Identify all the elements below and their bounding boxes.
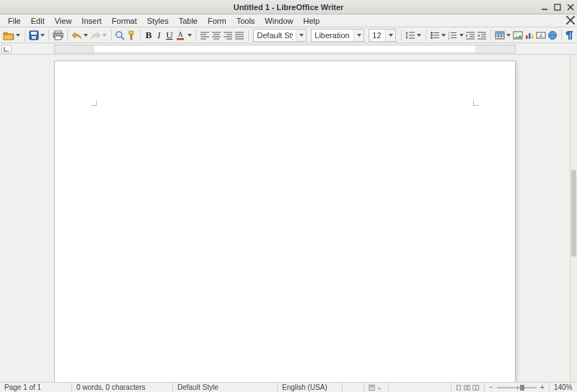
zoom-in-button[interactable]: + bbox=[539, 383, 546, 391]
minimize-button[interactable] bbox=[539, 2, 550, 12]
font-color-dropdown[interactable] bbox=[187, 29, 192, 42]
status-wordcount[interactable]: 0 words, 0 characters bbox=[72, 383, 173, 393]
redo-button[interactable] bbox=[90, 29, 101, 42]
line-spacing-dropdown[interactable] bbox=[417, 29, 422, 42]
selection-mode-icon bbox=[369, 384, 375, 391]
menu-bar: File Edit View Insert Format Styles Tabl… bbox=[0, 14, 577, 27]
font-size-input[interactable] bbox=[369, 30, 385, 41]
svg-rect-66 bbox=[526, 35, 528, 39]
zoom-track[interactable] bbox=[497, 387, 537, 388]
status-page[interactable]: Page 1 of 1 bbox=[0, 383, 72, 393]
paragraph-style-dropdown[interactable] bbox=[296, 30, 306, 41]
line-spacing-button[interactable] bbox=[405, 29, 415, 42]
align-justify-button[interactable] bbox=[234, 29, 245, 42]
svg-rect-78 bbox=[464, 385, 467, 389]
font-size-combo[interactable] bbox=[369, 29, 396, 42]
bold-button[interactable]: B bbox=[144, 29, 153, 42]
menu-view[interactable]: View bbox=[50, 16, 77, 26]
align-right-button[interactable] bbox=[223, 29, 233, 42]
document-page[interactable] bbox=[54, 61, 516, 382]
align-center-button[interactable] bbox=[211, 29, 221, 42]
paragraph-style-input[interactable] bbox=[254, 30, 296, 41]
menu-tools[interactable]: Tools bbox=[232, 16, 260, 26]
svg-point-39 bbox=[431, 34, 433, 36]
font-size-dropdown[interactable] bbox=[385, 30, 395, 41]
book-view-icon[interactable] bbox=[472, 384, 480, 391]
insert-hyperlink-button[interactable] bbox=[547, 29, 558, 42]
insert-image-button[interactable] bbox=[513, 29, 523, 42]
find-replace-button[interactable] bbox=[115, 29, 125, 42]
increase-indent-button[interactable] bbox=[465, 29, 475, 42]
svg-text:A: A bbox=[539, 33, 543, 38]
redo-dropdown[interactable] bbox=[102, 29, 107, 42]
menu-window[interactable]: Window bbox=[260, 16, 298, 26]
decrease-indent-button[interactable] bbox=[477, 29, 487, 42]
toolbar: B I U A 123 A bbox=[0, 27, 577, 43]
align-left-button[interactable] bbox=[200, 29, 210, 42]
separator bbox=[195, 30, 196, 41]
svg-text:3: 3 bbox=[448, 37, 450, 40]
save-button[interactable] bbox=[29, 29, 39, 42]
font-name-input[interactable] bbox=[312, 30, 353, 41]
open-dropdown[interactable] bbox=[16, 29, 21, 42]
menu-styles[interactable]: Styles bbox=[142, 16, 174, 26]
zoom-handle[interactable] bbox=[520, 385, 524, 391]
save-dropdown[interactable] bbox=[40, 29, 45, 42]
font-name-dropdown[interactable] bbox=[353, 30, 364, 41]
bullet-list-dropdown[interactable] bbox=[441, 29, 446, 42]
undo-button[interactable] bbox=[71, 29, 82, 42]
insert-chart-button[interactable] bbox=[524, 29, 534, 42]
undo-dropdown[interactable] bbox=[84, 29, 89, 42]
font-color-button[interactable]: A bbox=[175, 29, 185, 42]
title-bar: Untitled 1 - LibreOffice Writer bbox=[0, 0, 577, 14]
status-selection-mode[interactable] bbox=[364, 383, 389, 393]
underline-button[interactable]: U bbox=[165, 29, 174, 42]
menu-edit[interactable]: Edit bbox=[26, 16, 50, 26]
numbered-list-button[interactable]: 123 bbox=[447, 29, 457, 42]
svg-rect-1 bbox=[555, 4, 560, 10]
formatting-marks-button[interactable] bbox=[565, 29, 574, 42]
print-button[interactable] bbox=[53, 29, 63, 42]
font-name-combo[interactable] bbox=[311, 29, 364, 42]
horizontal-ruler[interactable] bbox=[54, 45, 516, 53]
maximize-button[interactable] bbox=[552, 2, 563, 12]
svg-rect-11 bbox=[55, 36, 61, 40]
open-button[interactable] bbox=[3, 29, 14, 42]
menu-insert[interactable]: Insert bbox=[76, 16, 107, 26]
svg-point-12 bbox=[116, 32, 122, 37]
svg-rect-67 bbox=[529, 33, 531, 39]
separator bbox=[140, 30, 141, 41]
separator bbox=[248, 30, 249, 41]
italic-button[interactable]: I bbox=[154, 29, 163, 42]
close-window-button[interactable] bbox=[565, 2, 576, 12]
vertical-scrollbar[interactable] bbox=[570, 55, 577, 382]
single-page-view-icon[interactable] bbox=[456, 384, 462, 391]
insert-textbox-button[interactable]: A bbox=[536, 29, 546, 42]
scrollbar-thumb[interactable] bbox=[571, 170, 576, 257]
bullet-list-button[interactable] bbox=[430, 29, 440, 42]
insert-table-dropdown[interactable] bbox=[506, 29, 511, 42]
insert-table-button[interactable] bbox=[495, 29, 505, 42]
tab-stop-well[interactable] bbox=[1, 45, 12, 53]
menu-file[interactable]: File bbox=[3, 16, 26, 26]
paragraph-style-combo[interactable] bbox=[253, 29, 307, 42]
clone-formatting-button[interactable] bbox=[126, 29, 136, 42]
menu-format[interactable]: Format bbox=[107, 16, 142, 26]
status-language[interactable]: English (USA) bbox=[278, 383, 343, 393]
status-insert-mode[interactable] bbox=[343, 383, 364, 393]
menu-help[interactable]: Help bbox=[298, 16, 325, 26]
status-spacer bbox=[389, 383, 452, 393]
multi-page-view-icon[interactable] bbox=[464, 384, 471, 391]
status-zoom-value[interactable]: 140% bbox=[550, 383, 577, 393]
menu-table[interactable]: Table bbox=[174, 16, 203, 26]
svg-rect-14 bbox=[129, 31, 133, 35]
zoom-slider[interactable]: − + bbox=[485, 383, 550, 393]
ruler-left-margin bbox=[55, 45, 94, 53]
menu-form[interactable]: Form bbox=[203, 16, 232, 26]
close-document-button[interactable] bbox=[565, 15, 576, 25]
zoom-out-button[interactable]: − bbox=[488, 383, 495, 391]
separator bbox=[67, 30, 68, 41]
numbered-list-dropdown[interactable] bbox=[459, 29, 464, 42]
status-style[interactable]: Default Style bbox=[173, 383, 278, 393]
window-controls bbox=[539, 0, 576, 14]
